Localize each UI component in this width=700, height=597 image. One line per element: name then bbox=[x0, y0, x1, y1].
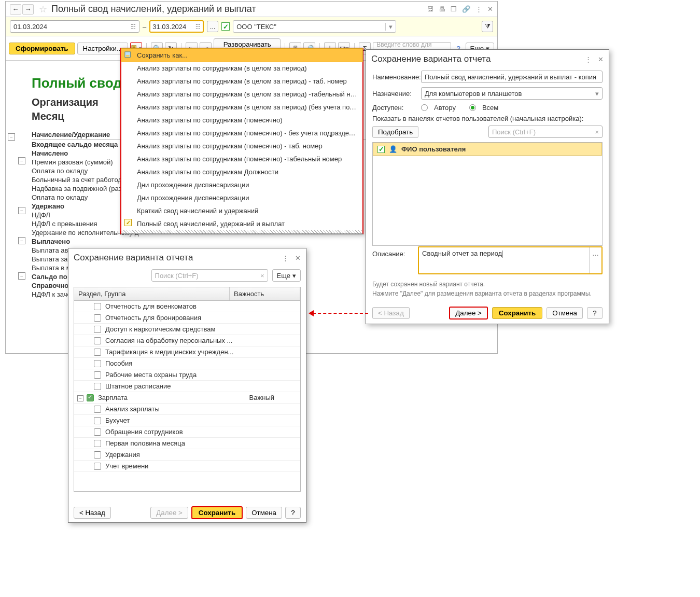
dialog-more-button[interactable]: Еще▾ bbox=[272, 269, 301, 282]
grid-row[interactable]: Бухучет bbox=[74, 415, 300, 426]
grid-row[interactable]: Обращения сотрудников bbox=[74, 426, 300, 438]
grid-row[interactable]: Отчетность для военкоматов bbox=[74, 301, 300, 312]
dropdown-item[interactable]: Анализ зарплаты по сотрудникам Должности bbox=[121, 165, 362, 178]
radio-author[interactable] bbox=[421, 104, 428, 111]
save-button[interactable]: Сохранить bbox=[191, 506, 243, 519]
dropdown-item[interactable]: Анализ зарплаты по сотрудникам (в целом … bbox=[121, 101, 362, 114]
row-checkbox[interactable] bbox=[94, 360, 101, 367]
grid-row[interactable]: Удержания bbox=[74, 449, 300, 461]
row-checkbox[interactable] bbox=[94, 440, 101, 447]
dropdown-item-save-as[interactable]: Сохранить как... bbox=[121, 48, 363, 62]
grid-row[interactable]: Согласия на обработку персональных ... bbox=[74, 335, 300, 346]
next-button[interactable]: Далее > bbox=[449, 307, 488, 320]
calendar-icon[interactable]: ☷ bbox=[131, 23, 136, 30]
row-checkbox[interactable] bbox=[94, 451, 101, 459]
close-icon[interactable]: ✕ bbox=[295, 254, 301, 262]
grid-row[interactable]: Учет времени bbox=[74, 461, 300, 472]
dropdown-item[interactable]: Анализ зарплаты по сотрудникам (в целом … bbox=[121, 88, 362, 101]
org-select[interactable]: ООО "ТЕКС" ▾ bbox=[233, 20, 396, 33]
help-button[interactable]: ? bbox=[285, 507, 301, 519]
grid-row[interactable]: Пособия bbox=[74, 358, 300, 369]
favorite-star-icon[interactable]: ☆ bbox=[39, 4, 47, 15]
grid-row[interactable]: Тарификация в медицинских учрежден... bbox=[74, 346, 300, 358]
kebab-menu-icon[interactable]: ⋮ bbox=[475, 5, 482, 13]
filter-funnel-button[interactable]: ⧩ bbox=[482, 21, 493, 32]
date-picker-button[interactable]: ... bbox=[207, 21, 218, 32]
row-checkbox[interactable] bbox=[94, 463, 101, 470]
user-row[interactable]: ✓ 👤 ФИО пользователя bbox=[373, 143, 602, 156]
dialog-search-input[interactable]: Поиск (Ctrl+F) × bbox=[151, 269, 268, 282]
kebab-menu-icon[interactable]: ⋮ bbox=[282, 254, 289, 262]
dropdown-item[interactable]: Краткий свод начислений и удержаний bbox=[121, 204, 362, 217]
dropdown-item[interactable]: Анализ зарплаты по сотрудникам (помесячн… bbox=[121, 140, 362, 152]
description-textarea[interactable]: Сводный отчет за период bbox=[419, 247, 589, 273]
close-icon[interactable]: ✕ bbox=[487, 5, 493, 13]
tree-collapse-handle[interactable]: − bbox=[18, 207, 25, 214]
row-checkbox[interactable] bbox=[94, 428, 101, 436]
link-icon[interactable]: 🔗 bbox=[462, 5, 470, 13]
grid-row[interactable]: Доступ к наркотическим средствам bbox=[74, 324, 300, 335]
nav-forward-button[interactable]: → bbox=[22, 4, 34, 15]
dropdown-item[interactable]: Анализ зарплаты по сотрудникам (помесячн… bbox=[121, 152, 362, 165]
row-checkbox[interactable] bbox=[94, 371, 101, 379]
tree-collapse-handle[interactable]: − bbox=[18, 237, 25, 244]
grid-row[interactable]: Первая половина месяца bbox=[74, 438, 300, 449]
clear-icon[interactable]: × bbox=[260, 272, 264, 280]
grid-group-row[interactable]: −ЗарплатаВажный bbox=[74, 392, 300, 404]
tree-collapse-handle[interactable]: − bbox=[8, 133, 15, 141]
pick-button[interactable]: Подобрать bbox=[372, 126, 418, 138]
org-filter-checkbox[interactable]: ✓ bbox=[221, 22, 230, 31]
row-checkbox[interactable] bbox=[94, 314, 101, 322]
ellipsis: ... bbox=[210, 23, 216, 31]
help-button[interactable]: ? bbox=[587, 307, 603, 319]
clear-icon[interactable]: × bbox=[595, 128, 599, 136]
chevron-down-icon[interactable]: ▾ bbox=[385, 23, 393, 31]
row-checkbox[interactable] bbox=[94, 417, 101, 424]
nav-back-button[interactable]: ← bbox=[10, 4, 21, 15]
dropdown-item[interactable]: Анализ зарплаты по сотрудникам (помесячн… bbox=[121, 114, 362, 127]
user-search-input[interactable]: Поиск (Ctrl+F) × bbox=[488, 126, 603, 138]
grid-row[interactable]: Отчетность для бронирования bbox=[74, 312, 300, 324]
save-icon[interactable]: 🖫 bbox=[427, 5, 433, 13]
kebab-menu-icon[interactable]: ⋮ bbox=[585, 55, 592, 63]
dropdown-item[interactable]: Дни прохождения диспенсеризации bbox=[121, 191, 362, 204]
grid-row[interactable]: Рабочие места охраны труда bbox=[74, 369, 300, 381]
generate-button[interactable]: Сформировать bbox=[9, 43, 75, 54]
expand-text-button[interactable]: … bbox=[589, 247, 601, 273]
cancel-button[interactable]: Отмена bbox=[246, 507, 282, 519]
grid-header-importance[interactable]: Важность bbox=[230, 287, 300, 300]
save-button[interactable]: Сохранить bbox=[492, 307, 542, 319]
dest-select[interactable]: Для компьютеров и планшетов ▾ bbox=[421, 87, 603, 100]
back-button[interactable]: < Назад bbox=[74, 507, 111, 519]
date-from-input[interactable]: 01.03.2024 ☷ bbox=[10, 20, 139, 33]
grid-header-section[interactable]: Раздел, Группа bbox=[74, 287, 230, 300]
tree-collapse-handle[interactable]: − bbox=[18, 157, 25, 164]
copy-icon[interactable]: ❐ bbox=[451, 5, 457, 13]
dropdown-item[interactable]: Анализ зарплаты по сотрудникам (в целом … bbox=[121, 75, 362, 88]
dropdown-item[interactable]: Анализ зарплаты по сотрудникам (помесячн… bbox=[121, 127, 362, 140]
dropdown-item-label: Дни прохождения диспансаризации bbox=[137, 181, 249, 189]
row-checkbox[interactable] bbox=[94, 406, 101, 413]
cancel-button[interactable]: Отмена bbox=[547, 307, 583, 319]
date-to-input[interactable]: 31.03.2024 ☷ bbox=[149, 20, 204, 33]
row-checkbox[interactable] bbox=[87, 394, 94, 401]
tree-collapse-handle[interactable]: − bbox=[18, 272, 25, 280]
row-checkbox[interactable] bbox=[94, 349, 101, 356]
dropdown-item[interactable]: ✓Полный свод начислений, удержаний и вып… bbox=[121, 217, 362, 230]
user-checkbox[interactable]: ✓ bbox=[377, 146, 385, 153]
print-icon[interactable]: 🖶 bbox=[439, 5, 445, 13]
row-checkbox[interactable] bbox=[94, 326, 101, 333]
chevron-down-icon[interactable]: ▾ bbox=[595, 90, 599, 98]
row-checkbox[interactable] bbox=[94, 383, 101, 390]
dropdown-item[interactable]: Дни прохождения диспансаризации bbox=[121, 178, 362, 191]
name-input[interactable]: Полный свод начислений, удержаний и выпл… bbox=[421, 71, 603, 83]
grid-row[interactable]: Анализ зарплаты bbox=[74, 404, 300, 415]
tree-toggle[interactable]: − bbox=[77, 395, 83, 401]
calendar-icon[interactable]: ☷ bbox=[195, 23, 201, 30]
radio-all[interactable] bbox=[469, 104, 476, 111]
close-icon[interactable]: ✕ bbox=[598, 55, 604, 63]
row-checkbox[interactable] bbox=[94, 303, 101, 310]
grid-row[interactable]: Штатное расписание bbox=[74, 381, 300, 392]
row-checkbox[interactable] bbox=[94, 337, 101, 344]
dropdown-item[interactable]: Анализ зарплаты по сотрудникам (в целом … bbox=[121, 62, 362, 75]
